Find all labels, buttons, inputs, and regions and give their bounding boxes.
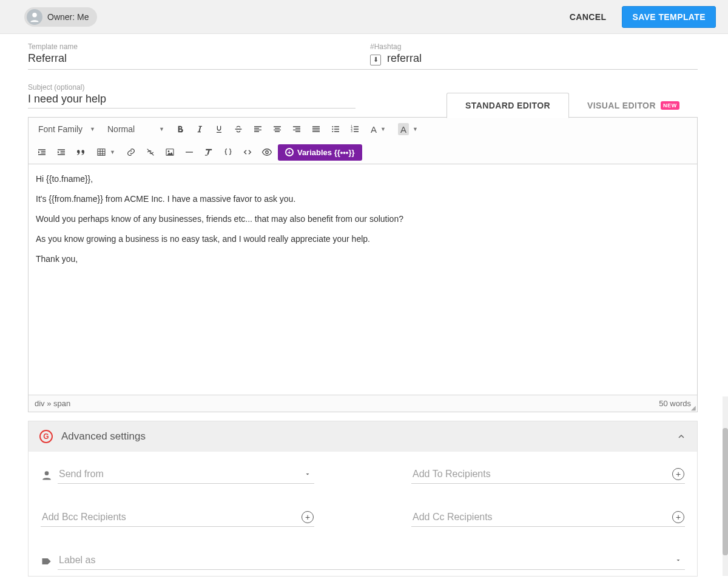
table-dropdown[interactable]: ▼	[92, 144, 120, 161]
add-bcc-label: Add Bcc Recipients	[41, 509, 314, 527]
hashtag-doc-icon: ⬇	[370, 55, 381, 65]
caret-down-icon: ▼	[110, 149, 115, 155]
strikethrough-button[interactable]	[230, 121, 247, 138]
align-center-button[interactable]	[269, 121, 286, 138]
word-count: 50 words	[659, 399, 691, 408]
add-cc-recipients-field[interactable]: Add Cc Recipients +	[411, 509, 685, 527]
rich-text-editor: Font Family ▼ Normal ▼ 123 A▼ A▼	[28, 117, 698, 412]
send-from-field[interactable]: Send from	[41, 466, 314, 484]
editor-tabs: STANDARD EDITOR VISUAL EDITOR NEW	[447, 93, 698, 118]
scrollbar-thumb[interactable]	[723, 428, 728, 555]
svg-point-12	[45, 471, 49, 475]
caret-down-icon: ▼	[90, 126, 95, 132]
subject-input[interactable]	[28, 93, 356, 109]
svg-text:3: 3	[351, 130, 352, 133]
editor-paragraph: As you know growing a business is no eas…	[36, 233, 690, 246]
indent-button[interactable]	[53, 144, 70, 161]
clear-format-button[interactable]	[200, 144, 217, 161]
caret-down-icon: ▼	[380, 126, 386, 132]
svg-point-0	[32, 12, 37, 17]
bg-color-icon: A	[398, 123, 409, 135]
add-circle-icon[interactable]: +	[301, 510, 314, 524]
hashtag-label: #Hashtag	[370, 42, 698, 51]
font-family-label: Font Family	[38, 124, 83, 134]
variables-label: Variables {{•••}}	[297, 148, 355, 157]
table-icon	[96, 147, 106, 157]
page-header: Owner: Me CANCEL SAVE TEMPLATE	[0, 0, 728, 34]
paragraph-format-dropdown[interactable]: Normal ▼	[103, 121, 169, 138]
svg-rect-7	[98, 149, 105, 156]
owner-pill[interactable]: Owner: Me	[24, 7, 97, 27]
resize-grip-icon[interactable]: ◢	[691, 404, 696, 411]
svg-rect-10	[186, 152, 193, 152]
tab-visual-editor[interactable]: VISUAL EDITOR NEW	[569, 93, 698, 118]
unordered-list-button[interactable]	[327, 121, 344, 138]
quote-button[interactable]	[72, 144, 89, 161]
text-color-icon: A	[371, 124, 377, 135]
editor-toolbar: Font Family ▼ Normal ▼ 123 A▼ A▼	[29, 118, 697, 164]
code-view-button[interactable]	[239, 144, 256, 161]
person-icon	[41, 469, 58, 481]
add-circle-icon[interactable]: +	[672, 510, 685, 524]
template-name-label: Template name	[28, 42, 356, 51]
image-button[interactable]	[161, 144, 178, 161]
editor-content[interactable]: Hi {{to.fname}}, It's {{from.fname}} fro…	[29, 164, 697, 395]
code-braces-button[interactable]	[220, 144, 237, 161]
outdent-button[interactable]	[33, 144, 50, 161]
svg-point-2	[332, 129, 333, 130]
tab-standard-editor[interactable]: STANDARD EDITOR	[447, 93, 569, 118]
advanced-settings-panel: G Advanced settings Send from Add To Rec…	[28, 421, 698, 577]
chevron-up-icon	[676, 432, 686, 441]
bold-button[interactable]	[172, 121, 189, 138]
svg-point-3	[332, 131, 333, 132]
preview-button[interactable]	[258, 144, 275, 161]
advanced-settings-title: Advanced settings	[61, 430, 668, 443]
avatar-icon	[27, 9, 42, 25]
svg-point-1	[332, 126, 333, 127]
align-right-button[interactable]	[288, 121, 305, 138]
dropdown-caret-icon[interactable]	[301, 467, 314, 481]
variables-button[interactable]: + Variables {{•••}}	[278, 144, 362, 161]
format-label: Normal	[107, 124, 135, 134]
add-to-label: Add To Recipients	[411, 466, 685, 484]
editor-paragraph: It's {{from.fname}} from ACME Inc. I hav…	[36, 193, 690, 206]
tab-standard-label: STANDARD EDITOR	[465, 101, 550, 110]
font-family-dropdown[interactable]: Font Family ▼	[33, 121, 100, 138]
unlink-button[interactable]	[142, 144, 159, 161]
cancel-button[interactable]: CANCEL	[559, 6, 618, 28]
element-path[interactable]: div » span	[35, 399, 70, 408]
underline-button[interactable]	[211, 121, 228, 138]
text-color-dropdown[interactable]: A▼	[366, 121, 391, 138]
align-left-button[interactable]	[249, 121, 266, 138]
plus-circle-icon: +	[285, 148, 294, 156]
owner-label: Owner: Me	[47, 12, 89, 22]
add-bcc-recipients-field[interactable]: Add Bcc Recipients +	[41, 509, 314, 527]
hashtag-input[interactable]	[387, 52, 698, 67]
svg-point-11	[266, 151, 269, 154]
align-justify-button[interactable]	[308, 121, 325, 138]
editor-paragraph: Would you perhaps know of any businesses…	[36, 213, 690, 226]
tab-visual-label: VISUAL EDITOR	[587, 101, 656, 110]
italic-button[interactable]	[191, 121, 208, 138]
subject-label: Subject (optional)	[28, 83, 356, 92]
link-button[interactable]	[123, 144, 140, 161]
svg-point-9	[168, 150, 170, 152]
save-template-button[interactable]: SAVE TEMPLATE	[622, 6, 716, 28]
tag-icon	[41, 555, 58, 567]
ordered-list-button[interactable]: 123	[346, 121, 363, 138]
bg-color-dropdown[interactable]: A▼	[393, 121, 423, 138]
new-badge: NEW	[661, 101, 679, 110]
advanced-settings-toggle[interactable]: G Advanced settings	[29, 421, 697, 452]
add-to-recipients-field[interactable]: Add To Recipients +	[411, 466, 685, 484]
label-as-field[interactable]: Label as	[41, 552, 685, 570]
dropdown-caret-icon[interactable]	[672, 554, 685, 567]
gmelius-circle-icon: G	[39, 430, 53, 443]
label-as-label: Label as	[58, 552, 685, 570]
add-circle-icon[interactable]: +	[672, 467, 685, 481]
caret-down-icon: ▼	[159, 126, 164, 132]
add-cc-label: Add Cc Recipients	[411, 509, 685, 527]
template-name-input[interactable]	[28, 52, 356, 67]
horizontal-rule-button[interactable]	[181, 144, 198, 161]
caret-down-icon: ▼	[413, 126, 418, 132]
editor-paragraph: Hi {{to.fname}},	[36, 173, 690, 186]
